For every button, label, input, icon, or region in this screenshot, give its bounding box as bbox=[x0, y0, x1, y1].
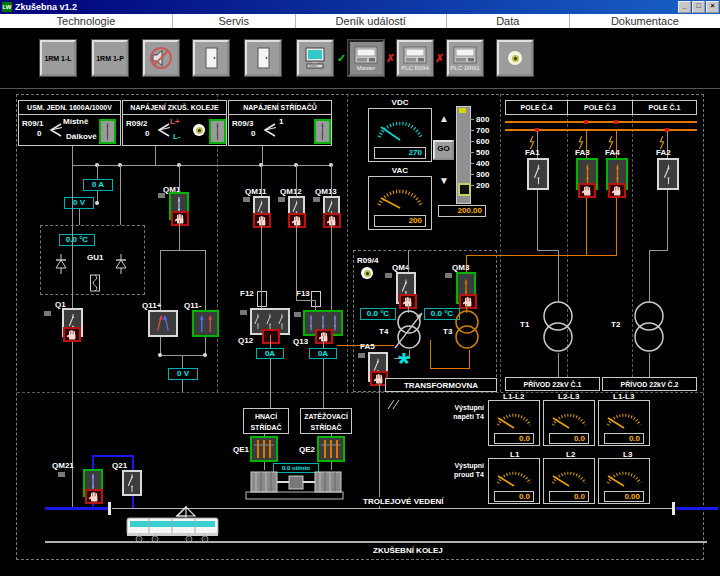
t4-label: T4 bbox=[379, 327, 388, 336]
maximize-button[interactable]: □ bbox=[692, 1, 705, 13]
setpoint-go-button[interactable]: GO bbox=[433, 140, 454, 160]
plc-r094-button[interactable]: PLC R094 bbox=[397, 40, 433, 76]
qm3-manual-hand-button[interactable] bbox=[459, 294, 477, 309]
wire bbox=[72, 165, 332, 166]
breaker-fa1[interactable] bbox=[527, 158, 549, 190]
wire bbox=[430, 340, 431, 368]
q21-label: Q21 bbox=[112, 461, 127, 470]
wire bbox=[120, 165, 121, 225]
fa1-label: FA1 bbox=[525, 148, 540, 157]
q1-manual-hand-button[interactable] bbox=[63, 327, 81, 342]
trolley-line-blue bbox=[676, 507, 718, 510]
r09-1-option-top: Místně bbox=[63, 117, 88, 126]
scale-tick-800: 800 bbox=[476, 115, 489, 124]
menu-servis[interactable]: Servis bbox=[173, 14, 296, 28]
wire bbox=[92, 455, 94, 470]
wire bbox=[649, 250, 668, 251]
status-tag bbox=[278, 197, 285, 202]
wire bbox=[261, 165, 262, 196]
breaker-fa2[interactable] bbox=[657, 158, 679, 190]
transformer-t2-icon[interactable] bbox=[629, 298, 669, 356]
plc-r094-label: PLC R094 bbox=[401, 65, 429, 71]
hand-icon bbox=[88, 491, 100, 503]
qm12-manual-hand-button[interactable] bbox=[288, 213, 306, 228]
load-inverter-title: ZATĚŽOVACÍ STŘÍDAČ bbox=[300, 408, 352, 434]
minimize-button[interactable]: _ bbox=[678, 1, 691, 13]
mute-alarm-button[interactable] bbox=[143, 40, 179, 76]
qm13-manual-hand-button[interactable] bbox=[323, 213, 341, 228]
meter-l1l2: 0.0 bbox=[488, 400, 540, 446]
wire bbox=[379, 382, 380, 509]
door-button-2[interactable] bbox=[245, 40, 281, 76]
switch-q11-minus[interactable] bbox=[192, 310, 219, 337]
r09-1-manual-switch[interactable] bbox=[99, 119, 116, 144]
vac-meter-label: VAC bbox=[368, 166, 432, 175]
q12-manual-hand-button[interactable] bbox=[262, 329, 280, 344]
fa3-manual-hand-button[interactable] bbox=[578, 183, 596, 198]
plc-master-button[interactable]: Master bbox=[348, 40, 384, 76]
meter-face bbox=[492, 404, 536, 431]
r09-3-manual-switch[interactable] bbox=[314, 119, 331, 144]
switch-lever-icon bbox=[102, 122, 113, 141]
door-button-1[interactable] bbox=[193, 40, 229, 76]
menu-denik-udalosti[interactable]: Deník událostí bbox=[296, 14, 447, 28]
close-button[interactable]: × bbox=[706, 1, 719, 13]
transformer-t1-icon[interactable] bbox=[538, 298, 578, 356]
q13-manual-hand-button[interactable] bbox=[315, 329, 333, 344]
menu-data[interactable]: Data bbox=[447, 14, 570, 28]
wire bbox=[315, 300, 316, 310]
plc-icon bbox=[354, 46, 378, 64]
slider-top-marker bbox=[459, 108, 466, 113]
hand-icon bbox=[174, 213, 186, 225]
panel-koleje-title: NAPÁJENÍ ZKUŠ. KOLEJE bbox=[122, 100, 227, 115]
r09-2-manual-switch[interactable] bbox=[209, 119, 226, 144]
q13-current-display: 0A bbox=[309, 348, 337, 359]
fa4-manual-hand-button[interactable] bbox=[608, 183, 626, 198]
wire bbox=[92, 455, 134, 457]
setpoint-up-button[interactable]: ▲ bbox=[436, 112, 452, 128]
vac-value: 200 bbox=[374, 215, 426, 227]
meter-l1l2-value: 0.0 bbox=[494, 433, 534, 444]
lamp-test-button[interactable] bbox=[497, 40, 533, 76]
t1-label: T1 bbox=[520, 320, 529, 329]
plc-1rm1-button[interactable]: PLC 1RM1 bbox=[447, 40, 483, 76]
switch-q11-plus[interactable] bbox=[148, 310, 178, 337]
wire bbox=[408, 250, 409, 272]
wire bbox=[205, 250, 206, 310]
panel-stridacu-title: NAPÁJENÍ STŘÍDAČŮ bbox=[228, 100, 332, 115]
status-tag bbox=[240, 310, 247, 315]
wire bbox=[331, 221, 332, 310]
toolbar: 1RM 1-L 1RM 1-P ✓ Master ✗ PLC R094 ✗ PL… bbox=[0, 28, 720, 88]
switch-open-icon bbox=[662, 162, 675, 187]
wire bbox=[469, 350, 470, 368]
button-1rm-1-p[interactable]: 1RM 1-P bbox=[92, 40, 128, 76]
transformer-t3-icon[interactable] bbox=[450, 308, 484, 352]
qm3-label: QM3 bbox=[452, 263, 469, 272]
connector-qe2[interactable] bbox=[317, 436, 345, 462]
setpoint-down-button[interactable]: ▼ bbox=[436, 174, 452, 190]
qm11-label: QM11 bbox=[245, 187, 266, 196]
connector-qe1[interactable] bbox=[250, 436, 278, 462]
qm11-manual-hand-button[interactable] bbox=[253, 213, 271, 228]
rectifier-voltage-display: 0 V bbox=[64, 197, 94, 209]
hand-icon bbox=[581, 185, 593, 197]
busbar-node bbox=[584, 120, 588, 124]
section-insulator bbox=[108, 502, 111, 515]
three-phase-bars-icon bbox=[253, 439, 275, 459]
button-1rm-1-l[interactable]: 1RM 1-L bbox=[40, 40, 76, 76]
vdc-value: 270 bbox=[374, 147, 426, 159]
breaker-q21[interactable] bbox=[122, 470, 142, 496]
menu-technologie[interactable]: Technologie bbox=[0, 14, 173, 28]
qm1-manual-hand-button[interactable] bbox=[171, 211, 189, 226]
selector-switch-icon[interactable] bbox=[261, 122, 279, 138]
meter-face bbox=[602, 462, 646, 489]
qm21-manual-hand-button[interactable] bbox=[85, 489, 103, 504]
menu-dokumentace[interactable]: Dokumentace bbox=[570, 14, 720, 28]
hand-icon bbox=[256, 215, 268, 227]
wire bbox=[160, 355, 206, 356]
rectifier-current-display: 0 A bbox=[83, 179, 113, 191]
status-tag bbox=[294, 312, 301, 317]
wire bbox=[79, 209, 80, 225]
r09-4-tag: R09/4 bbox=[357, 256, 378, 265]
operator-pc-button[interactable] bbox=[297, 40, 333, 76]
